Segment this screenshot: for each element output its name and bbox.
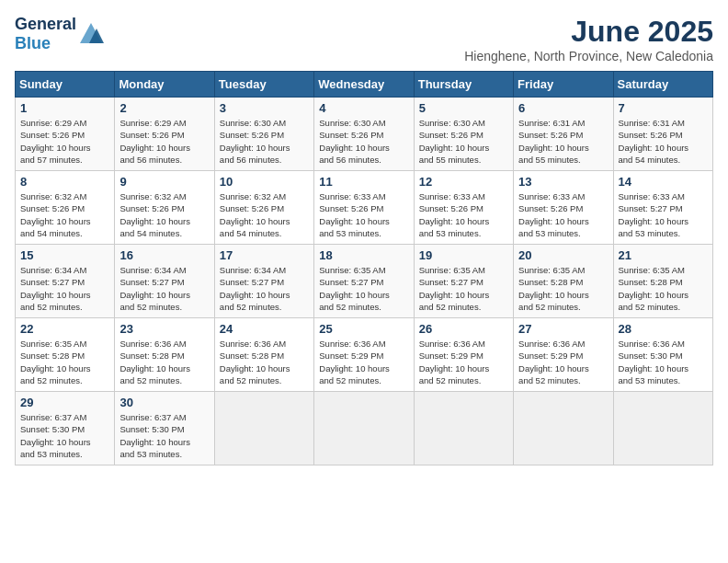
calendar-day-cell — [214, 392, 313, 465]
day-number: 16 — [119, 248, 209, 262]
calendar-day-cell: 20Sunrise: 6:35 AM Sunset: 5:28 PM Dayli… — [514, 245, 613, 318]
day-content: Sunrise: 6:30 AM Sunset: 5:26 PM Dayligh… — [220, 117, 309, 166]
day-content: Sunrise: 6:31 AM Sunset: 5:26 PM Dayligh… — [619, 117, 708, 166]
page-header: General Blue June 2025 Hienghene, North … — [15, 15, 713, 63]
calendar-day-cell: 22Sunrise: 6:35 AM Sunset: 5:28 PM Dayli… — [16, 318, 115, 392]
calendar-day-cell: 7Sunrise: 6:31 AM Sunset: 5:26 PM Daylig… — [613, 98, 712, 171]
weekday-header: Saturday — [613, 72, 712, 98]
day-content: Sunrise: 6:34 AM Sunset: 5:27 PM Dayligh… — [20, 264, 109, 313]
calendar-day-cell: 29Sunrise: 6:37 AM Sunset: 5:30 PM Dayli… — [16, 392, 115, 465]
calendar-day-cell — [314, 392, 414, 465]
weekday-header-row: SundayMondayTuesdayWednesdayThursdayFrid… — [16, 72, 713, 98]
calendar-day-cell: 18Sunrise: 6:35 AM Sunset: 5:27 PM Dayli… — [314, 245, 414, 318]
day-content: Sunrise: 6:35 AM Sunset: 5:27 PM Dayligh… — [419, 264, 508, 313]
day-number: 22 — [20, 322, 109, 336]
calendar-day-cell: 10Sunrise: 6:32 AM Sunset: 5:26 PM Dayli… — [214, 171, 313, 245]
day-content: Sunrise: 6:35 AM Sunset: 5:28 PM Dayligh… — [518, 264, 608, 313]
calendar-day-cell: 6Sunrise: 6:31 AM Sunset: 5:26 PM Daylig… — [514, 98, 613, 171]
weekday-header: Monday — [115, 72, 214, 98]
day-content: Sunrise: 6:32 AM Sunset: 5:26 PM Dayligh… — [220, 190, 309, 239]
day-number: 14 — [619, 175, 708, 189]
calendar-day-cell: 19Sunrise: 6:35 AM Sunset: 5:27 PM Dayli… — [414, 245, 513, 318]
day-number: 6 — [518, 101, 608, 115]
calendar-day-cell: 24Sunrise: 6:36 AM Sunset: 5:28 PM Dayli… — [214, 318, 313, 392]
day-content: Sunrise: 6:37 AM Sunset: 5:30 PM Dayligh… — [20, 411, 109, 460]
day-content: Sunrise: 6:30 AM Sunset: 5:26 PM Dayligh… — [419, 117, 508, 166]
calendar-week-row: 15Sunrise: 6:34 AM Sunset: 5:27 PM Dayli… — [16, 245, 713, 318]
calendar-day-cell: 9Sunrise: 6:32 AM Sunset: 5:26 PM Daylig… — [115, 171, 214, 245]
calendar-week-row: 1Sunrise: 6:29 AM Sunset: 5:26 PM Daylig… — [16, 98, 713, 171]
calendar-day-cell: 12Sunrise: 6:33 AM Sunset: 5:26 PM Dayli… — [414, 171, 513, 245]
day-number: 27 — [518, 322, 608, 336]
calendar-day-cell: 1Sunrise: 6:29 AM Sunset: 5:26 PM Daylig… — [16, 98, 115, 171]
day-number: 1 — [20, 101, 109, 115]
day-number: 7 — [619, 101, 708, 115]
day-content: Sunrise: 6:33 AM Sunset: 5:27 PM Dayligh… — [619, 190, 708, 239]
calendar-day-cell — [414, 392, 513, 465]
weekday-header: Sunday — [16, 72, 115, 98]
day-number: 30 — [119, 396, 209, 409]
calendar-day-cell: 25Sunrise: 6:36 AM Sunset: 5:29 PM Dayli… — [314, 318, 414, 392]
logo-blue: Blue — [15, 34, 51, 52]
calendar-day-cell: 17Sunrise: 6:34 AM Sunset: 5:27 PM Dayli… — [214, 245, 313, 318]
calendar-week-row: 8Sunrise: 6:32 AM Sunset: 5:26 PM Daylig… — [16, 171, 713, 245]
day-number: 21 — [619, 248, 708, 262]
weekday-header: Thursday — [414, 72, 513, 98]
day-number: 19 — [419, 248, 508, 262]
calendar-day-cell: 3Sunrise: 6:30 AM Sunset: 5:26 PM Daylig… — [214, 98, 313, 171]
calendar-table: SundayMondayTuesdayWednesdayThursdayFrid… — [15, 71, 713, 465]
weekday-header: Friday — [514, 72, 613, 98]
logo: General Blue — [15, 15, 104, 53]
day-content: Sunrise: 6:36 AM Sunset: 5:29 PM Dayligh… — [419, 338, 508, 386]
location-subtitle: Hienghene, North Province, New Caledonia — [464, 49, 713, 63]
day-content: Sunrise: 6:32 AM Sunset: 5:26 PM Dayligh… — [119, 190, 209, 239]
calendar-day-cell: 16Sunrise: 6:34 AM Sunset: 5:27 PM Dayli… — [115, 245, 214, 318]
day-number: 18 — [319, 248, 408, 262]
calendar-day-cell: 2Sunrise: 6:29 AM Sunset: 5:26 PM Daylig… — [115, 98, 214, 171]
weekday-header: Tuesday — [214, 72, 313, 98]
day-number: 10 — [220, 175, 309, 189]
day-number: 25 — [319, 322, 408, 336]
day-content: Sunrise: 6:35 AM Sunset: 5:28 PM Dayligh… — [20, 338, 109, 386]
calendar-day-cell: 8Sunrise: 6:32 AM Sunset: 5:26 PM Daylig… — [16, 171, 115, 245]
day-number: 12 — [419, 175, 508, 189]
day-number: 23 — [119, 322, 209, 336]
day-number: 13 — [518, 175, 608, 189]
day-content: Sunrise: 6:36 AM Sunset: 5:28 PM Dayligh… — [220, 338, 309, 386]
calendar-week-row: 29Sunrise: 6:37 AM Sunset: 5:30 PM Dayli… — [16, 392, 713, 465]
day-content: Sunrise: 6:36 AM Sunset: 5:29 PM Dayligh… — [319, 338, 408, 386]
calendar-day-cell: 30Sunrise: 6:37 AM Sunset: 5:30 PM Dayli… — [115, 392, 214, 465]
day-content: Sunrise: 6:35 AM Sunset: 5:28 PM Dayligh… — [619, 264, 708, 313]
day-number: 8 — [20, 175, 109, 189]
day-number: 17 — [220, 248, 309, 262]
calendar-day-cell: 26Sunrise: 6:36 AM Sunset: 5:29 PM Dayli… — [414, 318, 513, 392]
month-title: June 2025 — [464, 15, 713, 49]
calendar-day-cell: 13Sunrise: 6:33 AM Sunset: 5:26 PM Dayli… — [514, 171, 613, 245]
calendar-day-cell: 5Sunrise: 6:30 AM Sunset: 5:26 PM Daylig… — [414, 98, 513, 171]
day-number: 4 — [319, 101, 408, 115]
day-number: 11 — [319, 175, 408, 189]
day-content: Sunrise: 6:36 AM Sunset: 5:29 PM Dayligh… — [518, 338, 608, 386]
day-number: 28 — [619, 322, 708, 336]
day-number: 24 — [220, 322, 309, 336]
calendar-week-row: 22Sunrise: 6:35 AM Sunset: 5:28 PM Dayli… — [16, 318, 713, 392]
day-number: 20 — [518, 248, 608, 262]
title-block: June 2025 Hienghene, North Province, New… — [464, 15, 713, 63]
day-content: Sunrise: 6:36 AM Sunset: 5:28 PM Dayligh… — [119, 338, 209, 386]
calendar-day-cell: 14Sunrise: 6:33 AM Sunset: 5:27 PM Dayli… — [613, 171, 712, 245]
day-number: 15 — [20, 248, 109, 262]
day-content: Sunrise: 6:33 AM Sunset: 5:26 PM Dayligh… — [419, 190, 508, 239]
logo-general: General — [15, 15, 76, 33]
day-number: 2 — [119, 101, 209, 115]
day-content: Sunrise: 6:29 AM Sunset: 5:26 PM Dayligh… — [119, 117, 209, 166]
day-content: Sunrise: 6:36 AM Sunset: 5:30 PM Dayligh… — [619, 338, 708, 386]
day-number: 9 — [119, 175, 209, 189]
day-content: Sunrise: 6:33 AM Sunset: 5:26 PM Dayligh… — [518, 190, 608, 239]
day-content: Sunrise: 6:34 AM Sunset: 5:27 PM Dayligh… — [220, 264, 309, 313]
day-number: 26 — [419, 322, 508, 336]
logo-icon — [78, 21, 104, 47]
weekday-header: Wednesday — [314, 72, 414, 98]
day-content: Sunrise: 6:37 AM Sunset: 5:30 PM Dayligh… — [119, 411, 209, 460]
calendar-day-cell: 21Sunrise: 6:35 AM Sunset: 5:28 PM Dayli… — [613, 245, 712, 318]
day-number: 29 — [20, 396, 109, 409]
